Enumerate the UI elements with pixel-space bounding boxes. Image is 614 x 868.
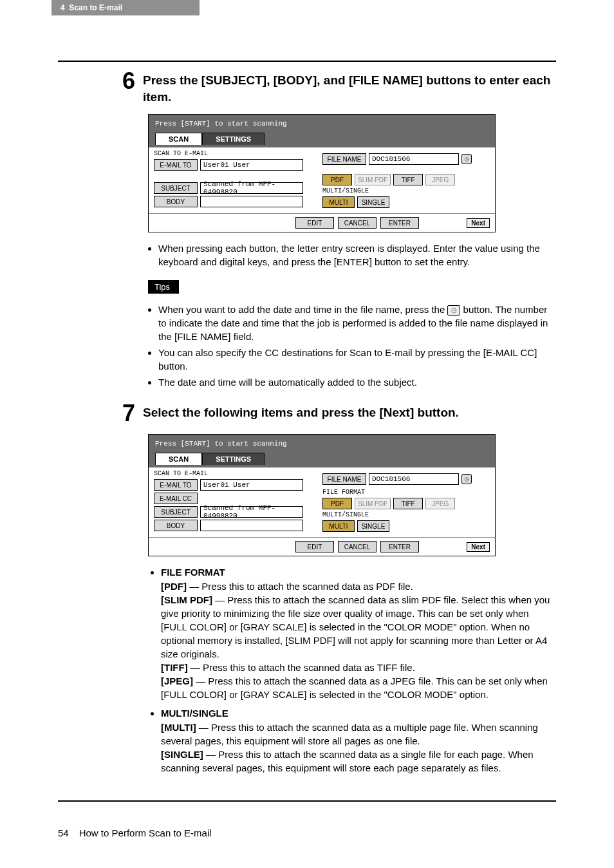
step-7: 7 Select the following items and press t…: [116, 402, 556, 775]
multi-desc: [MULTI] — Press this to attach the scann…: [161, 721, 556, 748]
slimpdf-button[interactable]: SLIM PDF: [355, 174, 391, 185]
note-entry-screen: When pressing each button, the letter en…: [158, 241, 556, 269]
body-button[interactable]: BODY: [154, 196, 198, 207]
single-button[interactable]: SINGLE: [357, 196, 389, 208]
multisingle-head: MULTI/SINGLE: [161, 708, 228, 719]
multisingle-label: MULTI/SINGLE: [322, 511, 490, 518]
cancel-button[interactable]: CANCEL: [338, 541, 377, 552]
tab-settings[interactable]: SETTINGS: [202, 453, 265, 465]
screenshot-step7: Press [START] to start scanning SCAN SET…: [148, 434, 496, 556]
filename-value: DOC101506: [369, 153, 459, 165]
emailto-value: User01 User: [200, 159, 303, 171]
tips-list: When you want to add the date and time i…: [148, 303, 556, 389]
subject-value: Scanned from MFP-04998820: [200, 506, 303, 518]
status-message: Press [START] to start scanning: [155, 120, 488, 127]
single-button[interactable]: SINGLE: [357, 520, 389, 532]
next-button[interactable]: Next: [467, 218, 490, 228]
single-desc: [SINGLE] — Press this to attach the scan…: [161, 748, 556, 775]
tip-subject-date: The date and time will be automatically …: [158, 375, 556, 389]
step-title: Select the following items and press the…: [143, 402, 556, 421]
tiff-button[interactable]: TIFF: [393, 174, 423, 185]
pdf-button[interactable]: PDF: [322, 174, 352, 185]
enter-button[interactable]: ENTER: [380, 217, 419, 229]
body-value: [200, 520, 303, 531]
body-button[interactable]: BODY: [154, 520, 198, 531]
datetime-icon-inline: ◷: [447, 305, 460, 316]
jpeg-button[interactable]: JPEG: [425, 498, 455, 509]
pdf-desc: [PDF] — Press this to attach the scanned…: [161, 580, 556, 593]
screenshot-step6: Press [START] to start scanning SCAN SET…: [148, 114, 496, 232]
filename-button[interactable]: FILE NAME: [322, 153, 366, 165]
slimpdf-button[interactable]: SLIM PDF: [355, 498, 391, 509]
jpeg-button[interactable]: JPEG: [425, 174, 455, 185]
next-button[interactable]: Next: [467, 542, 490, 552]
jpeg-desc: [JPEG] — Press this to attach the scanne…: [161, 674, 556, 701]
multi-button[interactable]: MULTI: [322, 520, 355, 532]
emailto-button[interactable]: E-MAIL TO: [154, 479, 198, 491]
subject-button[interactable]: SUBJECT: [154, 182, 198, 194]
body-value: [200, 196, 303, 207]
datetime-icon[interactable]: ◷: [461, 474, 472, 484]
divider-top: [58, 61, 556, 62]
header-band: 4 Scan to E-mail: [51, 0, 200, 15]
step-number: 6: [116, 70, 135, 93]
emailcc-button[interactable]: E-MAIL CC: [154, 493, 198, 504]
step6-notes: When pressing each button, the letter en…: [148, 241, 556, 269]
edit-button[interactable]: EDIT: [295, 217, 334, 229]
filename-value: DOC101506: [369, 473, 459, 485]
fileformat-label: FILE FORMAT: [322, 489, 490, 496]
step7-descriptions: FILE FORMAT [PDF] — Press this to attach…: [161, 565, 556, 775]
tiff-desc: [TIFF] — Press this to attach the scanne…: [161, 661, 556, 674]
chapter-num: 4: [60, 3, 65, 12]
slimpdf-desc: [SLIM PDF] — Press this to attach the sc…: [161, 593, 556, 661]
emailto-button[interactable]: E-MAIL TO: [154, 159, 198, 171]
enter-button[interactable]: ENTER: [380, 541, 419, 552]
page-footer: 54 How to Perform Scan to E-mail: [58, 827, 556, 838]
pdf-button[interactable]: PDF: [322, 498, 352, 509]
filename-button[interactable]: FILE NAME: [322, 473, 366, 485]
step-number: 7: [116, 402, 135, 425]
fileformat-section: FILE FORMAT [PDF] — Press this to attach…: [161, 565, 556, 701]
edit-button[interactable]: EDIT: [295, 541, 334, 552]
multisingle-section: MULTI/SINGLE [MULTI] — Press this to att…: [161, 706, 556, 775]
multisingle-label: MULTI/SINGLE: [322, 187, 490, 194]
datetime-icon[interactable]: ◷: [461, 154, 472, 164]
tip-emailcc: You can also specify the CC destinations…: [158, 346, 556, 373]
step-title: Press the [SUBJECT], [BODY], and [FILE N…: [143, 70, 556, 105]
page-number: 54: [58, 827, 69, 838]
tip-datetime: When you want to add the date and time i…: [158, 303, 556, 343]
divider-bottom: [58, 800, 556, 802]
tab-scan[interactable]: SCAN: [155, 133, 202, 145]
cancel-button[interactable]: CANCEL: [338, 217, 377, 229]
subject-value: Scanned from MFP-04998820: [200, 182, 303, 194]
fileformat-head: FILE FORMAT: [161, 567, 225, 578]
tab-scan[interactable]: SCAN: [155, 453, 202, 465]
tab-settings[interactable]: SETTINGS: [202, 133, 265, 145]
status-message: Press [START] to start scanning: [155, 440, 488, 448]
tiff-button[interactable]: TIFF: [393, 498, 423, 509]
chapter-title: Scan to E-mail: [69, 3, 122, 12]
step-6: 6 Press the [SUBJECT], [BODY], and [FILE…: [116, 70, 556, 389]
multi-button[interactable]: MULTI: [322, 196, 355, 208]
page-footer-title: How to Perform Scan to E-mail: [79, 827, 212, 838]
tips-badge: Tips: [148, 280, 179, 294]
emailto-value: User01 User: [200, 479, 303, 491]
subject-button[interactable]: SUBJECT: [154, 506, 198, 518]
